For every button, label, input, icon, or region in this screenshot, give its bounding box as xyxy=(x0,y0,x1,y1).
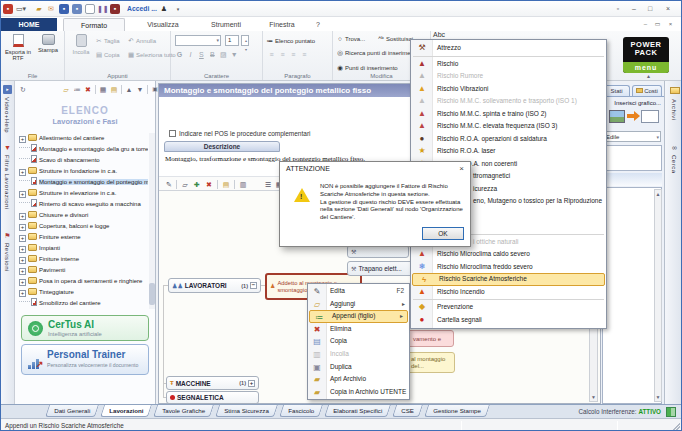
font-color-icon[interactable]: ▼ xyxy=(230,50,239,59)
submenu-item-rischio[interactable]: ▲Rischio xyxy=(411,58,606,71)
login-link[interactable]: Accedi ... xyxy=(127,5,157,12)
tree-item[interactable]: +Strutture in fondazione in c.a. xyxy=(17,166,148,177)
align-justify-icon[interactable]: ≡ xyxy=(300,50,309,59)
tab-formato[interactable]: Formato xyxy=(63,18,125,31)
tree-item[interactable]: +Finiture interne xyxy=(17,254,148,265)
tab-dati-generali[interactable]: Dati Generali xyxy=(45,405,99,417)
certus-ai-button[interactable]: CerTus AI Intelligenza artificiale xyxy=(21,315,149,341)
menu-item-appendi-figlio[interactable]: ≔Appendi (figlio)► xyxy=(309,310,408,323)
expand-icon[interactable]: + xyxy=(19,246,26,253)
expand-icon[interactable]: + xyxy=(19,290,26,297)
property-list[interactable] xyxy=(602,187,662,404)
clipboard-copy-icon[interactable]: ▤ xyxy=(109,84,119,95)
submenu-item-rischio-rumore[interactable]: ▲Rischio Rumore xyxy=(411,70,606,83)
expand-node-icon[interactable]: + xyxy=(248,380,255,387)
move-down-icon[interactable]: ▼ xyxy=(135,84,145,95)
bullet-list-button[interactable]: ≔Elenco puntato xyxy=(266,35,315,46)
collapse-node-icon[interactable]: − xyxy=(250,282,257,289)
submenu-item-prevenzione[interactable]: ◆Prevenzione xyxy=(411,301,606,314)
open-folder-icon[interactable]: ▰ xyxy=(34,4,44,14)
dock-tab-cerca[interactable]: Cerca xyxy=(671,155,677,174)
graphic-dropzone[interactable] xyxy=(641,110,659,123)
print-preview-icon[interactable] xyxy=(85,4,95,14)
dialog-close-icon[interactable]: × xyxy=(459,164,464,173)
move-up-icon[interactable]: ▲ xyxy=(124,84,134,95)
child-restore-button[interactable]: ▭ xyxy=(652,20,663,29)
minimize-button[interactable]: – xyxy=(627,3,641,14)
scroll-down-icon[interactable]: ▼ xyxy=(590,393,597,401)
insert-graphic-link[interactable]: Inserisci grafico... xyxy=(614,100,661,106)
tab-home[interactable]: HOME xyxy=(1,18,57,31)
expand-icon[interactable]: + xyxy=(19,235,26,242)
pos-checkbox[interactable] xyxy=(169,130,176,137)
sidebar-scrollbar[interactable] xyxy=(149,133,155,309)
expand-icon[interactable]: + xyxy=(19,136,26,143)
tree-item[interactable]: Rinterro di scavo eseguito a macchina xyxy=(17,199,148,210)
save-icon[interactable]: ▪ xyxy=(59,4,69,14)
copy-button[interactable]: ▤Copia xyxy=(95,49,120,60)
tab-cse[interactable]: CSE xyxy=(392,405,423,417)
dock-tab-archivi[interactable]: Archivi xyxy=(671,99,677,121)
tab-finestra[interactable]: Finestra xyxy=(259,18,305,31)
sidebar-tab-video-help[interactable]: Video+Help xyxy=(4,97,10,133)
layout-icon[interactable]: ☰ xyxy=(263,179,273,190)
maximize-button[interactable]: □ xyxy=(643,3,657,14)
new-document-icon[interactable]: ▭▾ xyxy=(16,4,26,14)
menu-item-duplica[interactable]: ▣Duplica xyxy=(308,361,409,374)
tree-item[interactable]: +Finiture esterne xyxy=(17,232,148,243)
tree-item[interactable]: +Strutture in elevazione in c.a. xyxy=(17,188,148,199)
menu-item-copia[interactable]: ▤Copia xyxy=(308,335,409,348)
copy-node-icon[interactable]: ▤ xyxy=(221,179,231,190)
tab-tavole-grafiche[interactable]: Tavole Grafiche xyxy=(153,405,214,417)
tools-icon[interactable]: ▪ xyxy=(110,4,120,14)
tree-item[interactable]: +Allestimento del cantiere xyxy=(17,133,148,144)
submenu-item-mmc-iso3[interactable]: ▲Rischio M.M.C. elevata frequenza (ISO 3… xyxy=(411,120,606,133)
submenu-item-cartella-segnali[interactable]: ●Cartella segnali xyxy=(411,314,606,327)
tree-item[interactable]: Smobilizzo del cantiere xyxy=(17,298,148,309)
submenu-item-microclima-freddo[interactable]: ❄Rischio Microclima freddo severo xyxy=(411,261,606,274)
list-view-icon[interactable]: ≔ xyxy=(72,84,82,95)
expand-icon[interactable]: + xyxy=(19,191,26,198)
submenu-item-mmc-iso2[interactable]: ▲Rischio M.M.C. spinta e traino (ISO 2) xyxy=(411,108,606,121)
quickbar-dropdown-icon[interactable]: ▾ xyxy=(173,4,183,14)
user-icon[interactable]: ♟ xyxy=(159,4,169,14)
menu-item-elimina[interactable]: ✖Elimina xyxy=(308,323,409,336)
sidebar-tab-filtra-lavorazioni[interactable]: Filtra Lavorazioni xyxy=(4,155,10,210)
child-minimize-button[interactable]: – xyxy=(640,20,651,29)
grid-icon[interactable]: ▦ xyxy=(98,84,108,95)
tab-elaborati-specifici[interactable]: Elaborati Specifici xyxy=(324,405,391,417)
menu-item-aggiungi[interactable]: ▱Aggiungi► xyxy=(308,298,409,311)
expand-icon[interactable]: + xyxy=(19,279,26,286)
trapano-node[interactable]: ⚒ Trapano elett... xyxy=(347,261,417,276)
append-node-icon[interactable]: ✚ xyxy=(192,179,202,190)
submenu-item-microclima-caldo[interactable]: ▲Rischio Microclima caldo severo xyxy=(411,248,606,261)
menu-item-apri-archivio[interactable]: ▰Apri Archivio xyxy=(308,373,409,386)
sidebar-tab-revisioni[interactable]: Revisioni xyxy=(4,243,10,272)
save-all-icon[interactable]: ▪ xyxy=(72,4,82,14)
font-size-spinner[interactable]: ▴▾ xyxy=(241,35,249,46)
ok-button[interactable]: OK xyxy=(422,227,464,240)
search-insert-points-button[interactable]: ◎Ricerca punti di inserimento xyxy=(336,47,419,58)
find-button[interactable]: ○Trova... xyxy=(336,33,365,44)
delete-node-icon[interactable]: ✖ xyxy=(204,179,214,190)
align-right-icon[interactable]: ≡ xyxy=(289,50,298,59)
tab-stima-sicurezza[interactable]: Stima Sicurezza xyxy=(215,405,278,417)
edit-node-icon[interactable]: ✎ xyxy=(164,179,174,190)
tree-item[interactable]: Scavo di sbancamento xyxy=(17,155,148,166)
tab-lavorazioni[interactable]: Lavorazioni xyxy=(100,405,152,417)
tab-gestione-stampe[interactable]: Gestione Stampe xyxy=(424,405,490,417)
print-button[interactable]: Stampa xyxy=(34,34,62,53)
export-rtf-button[interactable]: Esporta in RTF xyxy=(4,34,32,61)
italic-button[interactable]: I xyxy=(186,50,195,59)
insert-points-button[interactable]: ◉Punti di inserimento xyxy=(336,62,398,73)
panel-scrollbar[interactable]: ▲ ▼ xyxy=(654,189,662,402)
highlight-color-icon[interactable]: ▨ xyxy=(219,50,228,59)
submenu-item-scariche-atmosferiche[interactable]: ϟRischio Scariche Atmosferiche xyxy=(412,273,605,286)
underline-button[interactable]: S xyxy=(197,50,206,59)
tree-item[interactable]: Montaggio e smontaggio della gru a torre xyxy=(17,144,148,155)
font-size-input[interactable]: 1 xyxy=(225,35,239,46)
property-field[interactable] xyxy=(602,145,662,171)
child-close-button[interactable]: × xyxy=(665,20,676,29)
undo-button[interactable]: ↶Annulla xyxy=(127,35,156,46)
submenu-item-mmc-iso1[interactable]: ▲Rischio M.M.C. sollevamento e trasporto… xyxy=(411,95,606,108)
